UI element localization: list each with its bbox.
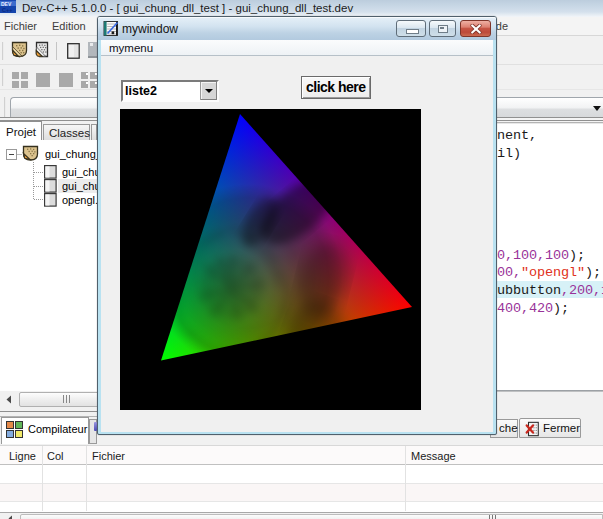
svg-text:C++: C++: [2, 7, 12, 13]
